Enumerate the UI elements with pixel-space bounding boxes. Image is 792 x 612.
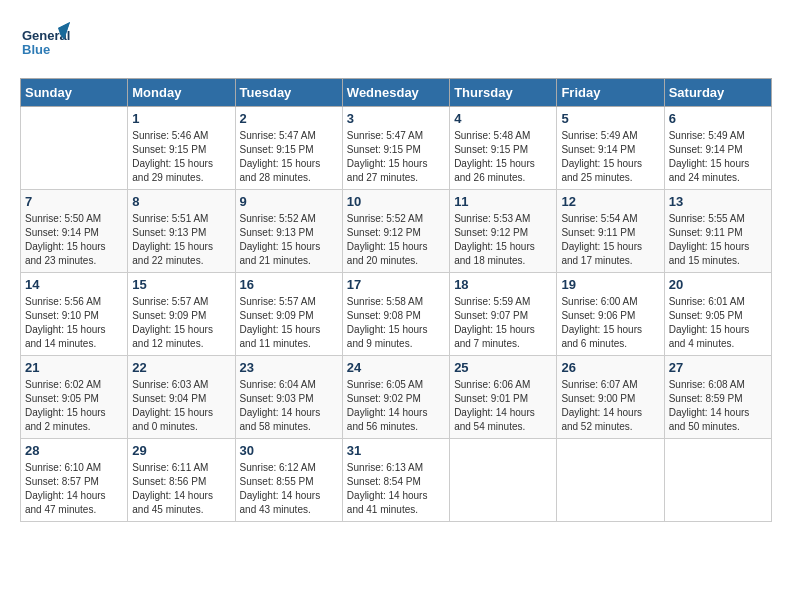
day-info: Sunrise: 5:55 AM Sunset: 9:11 PM Dayligh… [669, 212, 767, 268]
calendar-day-cell [664, 439, 771, 522]
calendar-week-row: 21Sunrise: 6:02 AM Sunset: 9:05 PM Dayli… [21, 356, 772, 439]
calendar-week-row: 14Sunrise: 5:56 AM Sunset: 9:10 PM Dayli… [21, 273, 772, 356]
calendar-day-cell: 3Sunrise: 5:47 AM Sunset: 9:15 PM Daylig… [342, 107, 449, 190]
calendar-day-cell: 23Sunrise: 6:04 AM Sunset: 9:03 PM Dayli… [235, 356, 342, 439]
calendar-day-cell: 19Sunrise: 6:00 AM Sunset: 9:06 PM Dayli… [557, 273, 664, 356]
calendar-week-row: 28Sunrise: 6:10 AM Sunset: 8:57 PM Dayli… [21, 439, 772, 522]
day-number: 30 [240, 443, 338, 458]
weekday-header: Sunday [21, 79, 128, 107]
day-info: Sunrise: 6:13 AM Sunset: 8:54 PM Dayligh… [347, 461, 445, 517]
calendar-day-cell: 13Sunrise: 5:55 AM Sunset: 9:11 PM Dayli… [664, 190, 771, 273]
day-number: 11 [454, 194, 552, 209]
calendar-day-cell: 12Sunrise: 5:54 AM Sunset: 9:11 PM Dayli… [557, 190, 664, 273]
day-number: 25 [454, 360, 552, 375]
day-number: 26 [561, 360, 659, 375]
weekday-header: Monday [128, 79, 235, 107]
day-info: Sunrise: 5:51 AM Sunset: 9:13 PM Dayligh… [132, 212, 230, 268]
day-number: 17 [347, 277, 445, 292]
calendar-day-cell: 10Sunrise: 5:52 AM Sunset: 9:12 PM Dayli… [342, 190, 449, 273]
logo: General Blue [20, 20, 70, 68]
calendar-day-cell: 4Sunrise: 5:48 AM Sunset: 9:15 PM Daylig… [450, 107, 557, 190]
day-number: 24 [347, 360, 445, 375]
day-number: 6 [669, 111, 767, 126]
day-info: Sunrise: 6:05 AM Sunset: 9:02 PM Dayligh… [347, 378, 445, 434]
day-info: Sunrise: 6:11 AM Sunset: 8:56 PM Dayligh… [132, 461, 230, 517]
calendar-day-cell: 11Sunrise: 5:53 AM Sunset: 9:12 PM Dayli… [450, 190, 557, 273]
day-info: Sunrise: 5:47 AM Sunset: 9:15 PM Dayligh… [347, 129, 445, 185]
day-number: 8 [132, 194, 230, 209]
weekday-header: Wednesday [342, 79, 449, 107]
day-info: Sunrise: 6:12 AM Sunset: 8:55 PM Dayligh… [240, 461, 338, 517]
day-number: 10 [347, 194, 445, 209]
day-number: 20 [669, 277, 767, 292]
calendar-day-cell: 25Sunrise: 6:06 AM Sunset: 9:01 PM Dayli… [450, 356, 557, 439]
day-number: 13 [669, 194, 767, 209]
day-info: Sunrise: 5:47 AM Sunset: 9:15 PM Dayligh… [240, 129, 338, 185]
day-info: Sunrise: 5:57 AM Sunset: 9:09 PM Dayligh… [132, 295, 230, 351]
calendar-day-cell: 18Sunrise: 5:59 AM Sunset: 9:07 PM Dayli… [450, 273, 557, 356]
calendar-day-cell: 28Sunrise: 6:10 AM Sunset: 8:57 PM Dayli… [21, 439, 128, 522]
day-info: Sunrise: 5:49 AM Sunset: 9:14 PM Dayligh… [561, 129, 659, 185]
day-number: 28 [25, 443, 123, 458]
day-info: Sunrise: 6:01 AM Sunset: 9:05 PM Dayligh… [669, 295, 767, 351]
day-number: 29 [132, 443, 230, 458]
day-info: Sunrise: 5:50 AM Sunset: 9:14 PM Dayligh… [25, 212, 123, 268]
day-number: 2 [240, 111, 338, 126]
calendar-table: SundayMondayTuesdayWednesdayThursdayFrid… [20, 78, 772, 522]
calendar-day-cell: 1Sunrise: 5:46 AM Sunset: 9:15 PM Daylig… [128, 107, 235, 190]
calendar-day-cell [450, 439, 557, 522]
calendar-day-cell [557, 439, 664, 522]
day-info: Sunrise: 5:57 AM Sunset: 9:09 PM Dayligh… [240, 295, 338, 351]
day-number: 5 [561, 111, 659, 126]
weekday-header: Tuesday [235, 79, 342, 107]
calendar-day-cell: 16Sunrise: 5:57 AM Sunset: 9:09 PM Dayli… [235, 273, 342, 356]
calendar-week-row: 7Sunrise: 5:50 AM Sunset: 9:14 PM Daylig… [21, 190, 772, 273]
calendar-day-cell [21, 107, 128, 190]
calendar-day-cell: 15Sunrise: 5:57 AM Sunset: 9:09 PM Dayli… [128, 273, 235, 356]
day-number: 9 [240, 194, 338, 209]
calendar-day-cell: 27Sunrise: 6:08 AM Sunset: 8:59 PM Dayli… [664, 356, 771, 439]
day-info: Sunrise: 5:46 AM Sunset: 9:15 PM Dayligh… [132, 129, 230, 185]
day-number: 12 [561, 194, 659, 209]
calendar-day-cell: 29Sunrise: 6:11 AM Sunset: 8:56 PM Dayli… [128, 439, 235, 522]
day-info: Sunrise: 5:59 AM Sunset: 9:07 PM Dayligh… [454, 295, 552, 351]
day-info: Sunrise: 6:00 AM Sunset: 9:06 PM Dayligh… [561, 295, 659, 351]
day-info: Sunrise: 5:53 AM Sunset: 9:12 PM Dayligh… [454, 212, 552, 268]
day-info: Sunrise: 5:54 AM Sunset: 9:11 PM Dayligh… [561, 212, 659, 268]
calendar-day-cell: 6Sunrise: 5:49 AM Sunset: 9:14 PM Daylig… [664, 107, 771, 190]
day-info: Sunrise: 5:52 AM Sunset: 9:13 PM Dayligh… [240, 212, 338, 268]
day-info: Sunrise: 5:49 AM Sunset: 9:14 PM Dayligh… [669, 129, 767, 185]
weekday-header: Thursday [450, 79, 557, 107]
calendar-day-cell: 30Sunrise: 6:12 AM Sunset: 8:55 PM Dayli… [235, 439, 342, 522]
svg-text:Blue: Blue [22, 42, 50, 57]
calendar-week-row: 1Sunrise: 5:46 AM Sunset: 9:15 PM Daylig… [21, 107, 772, 190]
calendar-day-cell: 17Sunrise: 5:58 AM Sunset: 9:08 PM Dayli… [342, 273, 449, 356]
day-number: 27 [669, 360, 767, 375]
day-info: Sunrise: 6:10 AM Sunset: 8:57 PM Dayligh… [25, 461, 123, 517]
day-number: 7 [25, 194, 123, 209]
calendar-day-cell: 22Sunrise: 6:03 AM Sunset: 9:04 PM Dayli… [128, 356, 235, 439]
day-number: 3 [347, 111, 445, 126]
day-number: 18 [454, 277, 552, 292]
day-number: 4 [454, 111, 552, 126]
day-info: Sunrise: 6:04 AM Sunset: 9:03 PM Dayligh… [240, 378, 338, 434]
calendar-day-cell: 31Sunrise: 6:13 AM Sunset: 8:54 PM Dayli… [342, 439, 449, 522]
page-header: General Blue [20, 20, 772, 68]
calendar-day-cell: 7Sunrise: 5:50 AM Sunset: 9:14 PM Daylig… [21, 190, 128, 273]
day-info: Sunrise: 5:48 AM Sunset: 9:15 PM Dayligh… [454, 129, 552, 185]
weekday-header: Saturday [664, 79, 771, 107]
calendar-day-cell: 2Sunrise: 5:47 AM Sunset: 9:15 PM Daylig… [235, 107, 342, 190]
calendar-day-cell: 21Sunrise: 6:02 AM Sunset: 9:05 PM Dayli… [21, 356, 128, 439]
day-number: 14 [25, 277, 123, 292]
weekday-header: Friday [557, 79, 664, 107]
day-number: 21 [25, 360, 123, 375]
calendar-day-cell: 8Sunrise: 5:51 AM Sunset: 9:13 PM Daylig… [128, 190, 235, 273]
day-info: Sunrise: 6:02 AM Sunset: 9:05 PM Dayligh… [25, 378, 123, 434]
day-number: 15 [132, 277, 230, 292]
day-info: Sunrise: 5:58 AM Sunset: 9:08 PM Dayligh… [347, 295, 445, 351]
calendar-day-cell: 5Sunrise: 5:49 AM Sunset: 9:14 PM Daylig… [557, 107, 664, 190]
day-number: 1 [132, 111, 230, 126]
day-number: 31 [347, 443, 445, 458]
calendar-day-cell: 14Sunrise: 5:56 AM Sunset: 9:10 PM Dayli… [21, 273, 128, 356]
calendar-day-cell: 9Sunrise: 5:52 AM Sunset: 9:13 PM Daylig… [235, 190, 342, 273]
